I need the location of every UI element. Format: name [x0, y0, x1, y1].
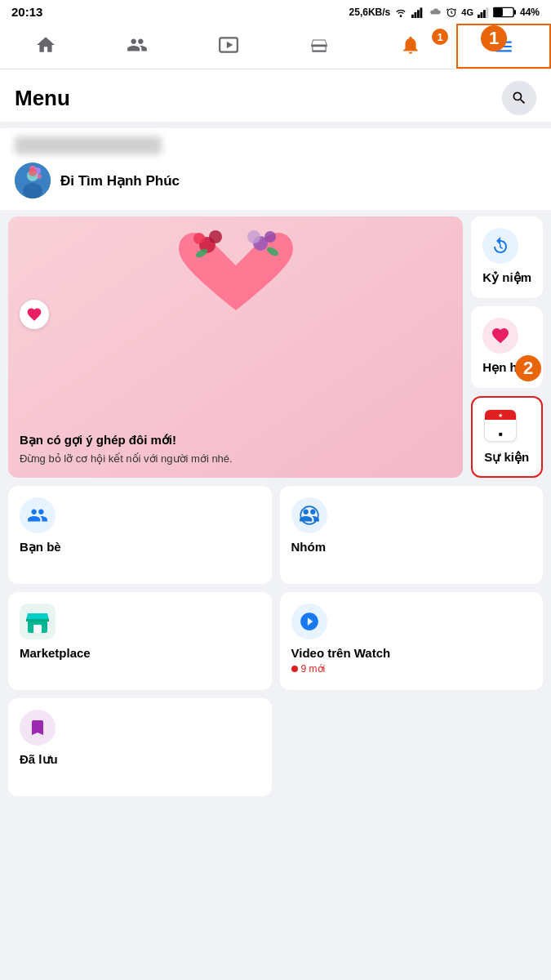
dating-card-title: Bạn có gợi ý ghép đôi mới! [20, 432, 451, 448]
video-watch-icon [291, 604, 327, 639]
nav-home[interactable] [0, 24, 91, 69]
svg-point-20 [29, 168, 37, 176]
bell-icon [400, 34, 421, 56]
svg-rect-8 [486, 7, 488, 18]
svg-rect-33 [26, 619, 49, 621]
da-luu-card[interactable]: Đã lưu [8, 698, 272, 796]
time-display: 20:13 [11, 5, 42, 19]
ky-niem-card[interactable]: Kỷ niệm [471, 216, 543, 298]
heart-filled-icon [491, 326, 510, 345]
svg-rect-7 [483, 10, 486, 18]
battery-icon [493, 7, 516, 18]
page-content: Menu Đi Tìm [0, 69, 551, 821]
su-kien-label: Sự kiện [484, 450, 530, 465]
dating-card-subtitle: Đừng bỏ lỡ cơ hội kết nối với người mới … [20, 452, 451, 466]
svg-marker-13 [226, 42, 233, 49]
grid-row-1: Bạn có gợi ý ghép đôi mới! Đừng bỏ lỡ cơ… [8, 216, 543, 478]
avatar-image [15, 163, 51, 198]
signal-3g-icon [478, 7, 489, 18]
people-icon [27, 505, 48, 526]
clock-rotate-icon [491, 236, 510, 256]
nav-notifications[interactable]: 1 [365, 24, 456, 69]
alarm-icon [446, 7, 457, 18]
marketplace-label: Marketplace [20, 646, 260, 660]
empty-card [280, 698, 544, 796]
user-avatar [15, 163, 51, 198]
nav-watch[interactable] [183, 24, 274, 69]
svg-rect-11 [513, 10, 516, 15]
bookmark-icon [28, 718, 47, 737]
watch-icon [218, 34, 239, 56]
hen-ho-card[interactable]: Hẹn hò 2 [471, 306, 543, 388]
svg-point-23 [209, 230, 222, 243]
svg-point-19 [37, 174, 42, 179]
grid-row-2: Bạn bè Nhóm [8, 486, 543, 584]
grid-row-3: Marketplace Video trên Watch 9 mới [8, 592, 543, 690]
wifi-icon [394, 7, 407, 17]
calendar-icon: ★ ■ [484, 409, 517, 442]
su-kien-icon-wrap: ★ ■ [484, 409, 530, 442]
nav-marketplace[interactable] [273, 24, 365, 69]
svg-rect-6 [480, 12, 482, 18]
cal-star: ★ [498, 412, 503, 419]
red-dot [291, 666, 298, 672]
ky-niem-icon [482, 228, 518, 264]
home-icon [35, 34, 56, 56]
hen-ho-icon [482, 318, 518, 354]
svg-point-25 [264, 231, 276, 243]
status-bar: 20:13 25,6KB/s 4G [0, 0, 551, 24]
cal-bottom: ■ [499, 430, 503, 438]
ban-be-card[interactable]: Bạn bè [8, 486, 272, 584]
svg-rect-3 [420, 7, 423, 18]
nav-menu[interactable] [456, 24, 551, 69]
ban-be-label: Bạn bè [20, 540, 260, 555]
user-profile-area[interactable]: Đi Tìm Hạnh Phúc [0, 128, 551, 210]
svg-rect-0 [411, 14, 414, 17]
nhom-label: Nhóm [291, 540, 532, 554]
dating-card-text: Bạn có gợi ý ghép đôi mới! Đừng bỏ lỡ cơ… [20, 432, 451, 466]
notification-badge: 1 [432, 29, 448, 45]
video-watch-card[interactable]: Video trên Watch 9 mới [280, 592, 544, 690]
user-name: Đi Tìm Hạnh Phúc [60, 172, 180, 189]
nav-friends[interactable] [91, 24, 183, 69]
video-watch-label: Video trên Watch [291, 646, 532, 660]
svg-point-22 [193, 233, 205, 244]
svg-point-26 [247, 230, 260, 243]
marketplace-card[interactable]: Marketplace [8, 592, 272, 690]
menu-header: Menu [0, 69, 551, 122]
status-right: 25,6KB/s 4G [349, 7, 540, 18]
hen-ho-label: Hẹn hò [482, 360, 531, 375]
battery-percent: 44% [520, 7, 540, 18]
video-badge-text: 9 mới [301, 663, 326, 675]
marketplace-store-icon [20, 604, 56, 639]
search-button[interactable] [502, 81, 536, 115]
svg-rect-10 [494, 8, 503, 16]
right-column-1: Kỷ niệm Hẹn hò 2 [471, 216, 543, 478]
svg-rect-2 [417, 10, 420, 18]
blurred-name-bar [15, 136, 162, 154]
4g-icon: 4G [461, 7, 473, 17]
marketplace-icon-wrap [20, 604, 56, 639]
nhom-card[interactable]: Nhóm [280, 486, 544, 584]
dating-card-image [8, 216, 463, 339]
menu-icon [493, 36, 514, 57]
su-kien-card[interactable]: ★ ■ Sự kiện [471, 396, 543, 478]
marketplace-icon [309, 34, 330, 56]
signal-icon [411, 7, 423, 18]
nhom-icon [291, 497, 327, 533]
svg-rect-32 [33, 625, 42, 633]
play-circle-icon [299, 611, 320, 632]
da-luu-icon [20, 710, 56, 746]
user-row: Đi Tìm Hạnh Phúc [15, 163, 536, 198]
cloud-icon [427, 7, 442, 17]
group-icon [299, 505, 320, 526]
svg-rect-5 [478, 14, 480, 17]
dating-illustration [162, 220, 309, 335]
menu-grid: Bạn có gợi ý ghép đôi mới! Đừng bỏ lỡ cơ… [0, 216, 551, 796]
nav-bar: 1 1 [0, 24, 551, 69]
network-speed: 25,6KB/s [349, 7, 391, 18]
friends-icon [127, 34, 148, 56]
da-luu-label: Đã lưu [20, 752, 260, 767]
dating-card[interactable]: Bạn có gợi ý ghép đôi mới! Đừng bỏ lỡ cơ… [8, 216, 463, 478]
video-badge: 9 mới [291, 663, 326, 675]
